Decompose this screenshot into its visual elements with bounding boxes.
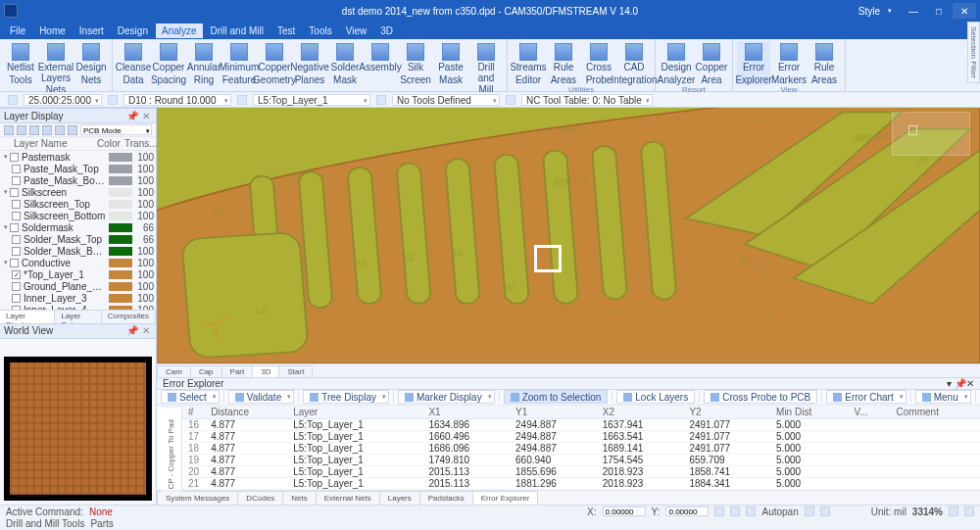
view-tab-part[interactable]: Part xyxy=(221,365,254,377)
ribbon-solder-mask-button[interactable]: SolderMask xyxy=(328,41,362,96)
scale-dropdown[interactable]: 25.000:25.000 xyxy=(24,94,102,106)
ribbon-copper-spacing-button[interactable]: CopperSpacing xyxy=(152,41,185,96)
selection-filter-tab[interactable]: Selection Filter xyxy=(967,22,980,83)
table-header[interactable]: # xyxy=(182,406,205,419)
ribbon-paste-mask-button[interactable]: PasteMask xyxy=(434,41,467,96)
tool-dropdown[interactable]: No Tools Defined xyxy=(392,94,500,106)
systab-external-nets[interactable]: External Nets xyxy=(316,491,380,505)
layer-checkbox[interactable] xyxy=(12,270,21,279)
placeholder-icon[interactable] xyxy=(8,95,18,105)
panel-close-button[interactable]: ✕ xyxy=(140,111,152,121)
error-tb-select[interactable]: Select xyxy=(161,390,220,404)
view-tab-start[interactable]: Start xyxy=(278,365,313,377)
status-icon[interactable] xyxy=(820,506,830,516)
layer-row[interactable]: *Top_Layer_1100 xyxy=(0,268,156,280)
layer-list[interactable]: ▾Pastemask100Paste_Mask_Top100Paste_Mask… xyxy=(0,151,156,310)
ribbon-copper-geometry-button[interactable]: CopperGeometry xyxy=(258,41,291,96)
layer-row[interactable]: Silkscreen_Top100 xyxy=(0,198,156,210)
placeholder-icon[interactable] xyxy=(506,95,515,105)
ribbon-cleanse-data-button[interactable]: CleanseData xyxy=(117,41,150,96)
menu-analyze[interactable]: Analyze xyxy=(156,24,203,38)
table-header[interactable]: Y1 xyxy=(510,406,597,419)
error-table[interactable]: #DistanceLayerX1Y1X2Y2Min DistV...Commen… xyxy=(182,406,980,491)
menu-insert[interactable]: Insert xyxy=(74,24,110,38)
error-tb-marker-display[interactable]: Marker Display xyxy=(398,390,495,404)
layer-checkbox[interactable] xyxy=(12,212,21,220)
layer-mode-dropdown[interactable]: PCB Mode xyxy=(80,124,152,135)
systab-error-explorer[interactable]: Error Explorer xyxy=(472,491,539,505)
pin-icon[interactable]: ▾ 📌 xyxy=(947,378,966,389)
view-tab-cap[interactable]: Cap xyxy=(190,365,222,377)
layer-row[interactable]: Ground_Plane_Layer_2100 xyxy=(0,280,156,292)
ribbon-copper-area-button[interactable]: CopperArea xyxy=(695,41,728,85)
layer-checkbox[interactable] xyxy=(12,247,21,256)
table-row[interactable]: 194.877L5:Top_Layer_11749.810660.9401754… xyxy=(182,455,980,466)
grid-icon[interactable] xyxy=(730,506,740,516)
ribbon-minimum-feature-button[interactable]: MinimumFeature xyxy=(222,41,256,96)
error-tb-menu[interactable]: Menu xyxy=(915,390,971,404)
layer-row[interactable]: Solder_Mask_Bottom100 xyxy=(0,245,156,257)
error-tb-tree-display[interactable]: Tree Display xyxy=(303,390,389,404)
maximize-button[interactable]: □ xyxy=(927,3,951,19)
zoom-label[interactable]: 3314% xyxy=(912,506,943,517)
error-tb-lock-layers[interactable]: Lock Layers xyxy=(616,390,695,404)
placeholder-icon[interactable] xyxy=(237,95,247,105)
menu-home[interactable]: Home xyxy=(33,24,72,38)
table-row[interactable]: 184.877L5:Top_Layer_11686.0962494.887168… xyxy=(182,443,980,455)
systab-layers[interactable]: Layers xyxy=(379,491,420,505)
placeholder-icon[interactable] xyxy=(376,95,386,105)
pcb-3d-view[interactable]: 14 86 15 83 82 81 80 79 78 77 76 75 $2N7… xyxy=(157,108,980,363)
parts-label[interactable]: Parts xyxy=(90,518,113,529)
ribbon-error-markers-button[interactable]: ErrorMarkers xyxy=(772,41,806,85)
table-row[interactable]: 214.877L5:Top_Layer_12015.1131881.296201… xyxy=(182,478,980,490)
x-coord-input[interactable] xyxy=(603,506,646,516)
autopan-toggle[interactable]: Autopan xyxy=(761,506,798,517)
systab-system-messages[interactable]: System Messages xyxy=(157,491,238,505)
ribbon-external-layers-nets-button[interactable]: External LayersNets xyxy=(39,41,73,96)
ribbon-rule-areas-button[interactable]: RuleAreas xyxy=(808,41,841,85)
panel-close-button[interactable]: ✕ xyxy=(140,325,152,336)
layer-tool-icon[interactable] xyxy=(68,125,77,135)
error-tb-validate[interactable]: Validate xyxy=(228,390,294,404)
layer-checkbox[interactable] xyxy=(12,176,21,185)
systab-padstacks[interactable]: Padstacks xyxy=(419,491,473,505)
zoom-icon[interactable] xyxy=(949,506,958,516)
menu-drill-and-mill[interactable]: Drill and Mill xyxy=(205,24,270,38)
table-row[interactable]: 164.877L5:Top_Layer_11634.8962494.887163… xyxy=(182,419,980,431)
layer-tool-icon[interactable] xyxy=(55,125,65,135)
y-coord-input[interactable] xyxy=(665,506,709,516)
minimize-button[interactable]: — xyxy=(902,3,925,19)
menu-test[interactable]: Test xyxy=(271,24,301,38)
snap-icon[interactable] xyxy=(714,506,724,516)
layer-checkbox[interactable] xyxy=(12,235,21,244)
menu-view[interactable]: View xyxy=(340,24,373,38)
ribbon-negative-planes-button[interactable]: NegativePlanes xyxy=(293,41,326,96)
systab-nets[interactable]: Nets xyxy=(282,491,316,505)
minimap[interactable] xyxy=(892,112,970,156)
ribbon-silk-screen-button[interactable]: SilkScreen xyxy=(399,41,432,96)
placeholder-icon[interactable] xyxy=(108,95,118,105)
layer-row[interactable]: Solder_Mask_Top66 xyxy=(0,233,156,245)
ribbon-cad-integration-button[interactable]: CADIntegration xyxy=(617,41,651,85)
table-header[interactable]: Y2 xyxy=(683,406,770,419)
ribbon-annular-ring-button[interactable]: AnnularRing xyxy=(187,41,220,96)
error-tb-cross-probe-to-pcb[interactable]: Cross Probe to PCB xyxy=(704,390,817,404)
layer-row[interactable]: Paste_Mask_Bottom100 xyxy=(0,174,156,186)
ribbon-netlist-tools-button[interactable]: NetlistTools xyxy=(4,41,37,96)
layer-checkbox[interactable] xyxy=(12,294,21,303)
tool-label[interactable]: Drill and Mill Tools xyxy=(6,518,84,529)
status-icon[interactable] xyxy=(805,506,814,516)
table-header[interactable]: Min Dist xyxy=(770,406,848,419)
table-header[interactable]: Layer xyxy=(287,406,422,419)
close-button[interactable]: ✕ xyxy=(953,3,976,19)
layer-tab[interactable]: Composites xyxy=(102,311,156,323)
layer-checkbox[interactable] xyxy=(12,282,21,291)
layer-tab[interactable]: Layer Sets xyxy=(55,311,101,323)
table-header[interactable]: V... xyxy=(849,406,891,419)
pin-icon[interactable]: 📌 xyxy=(124,325,140,336)
layer-category[interactable]: ▾Conductive100 xyxy=(0,257,156,268)
layer-checkbox[interactable] xyxy=(12,200,21,209)
table-header[interactable]: Comment xyxy=(891,406,980,419)
layer-tool-icon[interactable] xyxy=(42,125,52,135)
table-header[interactable]: Distance xyxy=(205,406,287,419)
